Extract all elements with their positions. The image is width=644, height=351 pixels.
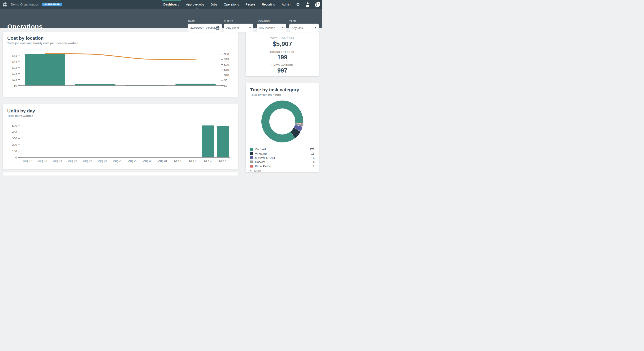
- client-select-value: Any client: [226, 26, 248, 30]
- svg-text:500: 500: [12, 124, 17, 127]
- task-select-value: Any task: [292, 26, 313, 30]
- svg-text:100: 100: [12, 150, 17, 153]
- svg-text:$5k: $5k: [12, 54, 17, 58]
- chevron-down-icon: [250, 169, 252, 172]
- units-by-day-card: Units by day Total units worked 01002003…: [3, 104, 238, 169]
- legend-item-value: 173: [310, 148, 314, 151]
- task-filter: TASK Any task ▼: [290, 20, 319, 32]
- calendar-icon[interactable]: [216, 26, 220, 30]
- nav-item-operations[interactable]: Operations: [224, 0, 239, 9]
- total-job-cost-value: $5,907: [273, 40, 292, 48]
- location-filter: LOCATION Any location ▼: [257, 20, 286, 32]
- svg-text:Sep 4: Sep 4: [219, 159, 226, 163]
- units-by-day-chart: 0100200300400500Aug 22Aug 23Aug 24Aug 25…: [7, 119, 234, 166]
- svg-text:Aug 28: Aug 28: [113, 159, 122, 163]
- svg-text:Aug 22: Aug 22: [23, 159, 32, 163]
- units-chart-subtitle: Total units worked: [7, 114, 234, 118]
- svg-text:$1k: $1k: [12, 78, 17, 81]
- svg-text:Aug 27: Aug 27: [98, 159, 107, 163]
- svg-text:Aug 31: Aug 31: [158, 159, 167, 163]
- legend-item: Orchard173: [250, 147, 314, 151]
- cost-by-location-card: Cost by location Total job cost and hour…: [3, 32, 238, 97]
- legend-more-label: More: [254, 169, 261, 172]
- nav-item-jobs[interactable]: Jobs: [211, 0, 217, 9]
- location-select[interactable]: Any location ▼: [257, 24, 286, 32]
- donut-legend: Orchard173Vineyard13M KIWI TRUST8Harvest…: [246, 147, 319, 172]
- time-by-task-category-card: Time by task category Total timesheet ho…: [246, 83, 319, 172]
- task-filter-label: TASK: [290, 20, 319, 23]
- svg-text:$5: $5: [224, 79, 227, 82]
- account-person-icon[interactable]: [306, 0, 310, 9]
- date-filter: DATE: [188, 20, 222, 32]
- svg-text:0: 0: [16, 156, 17, 159]
- hours-tracked-label: HOURS TRACKED: [270, 51, 294, 53]
- date-range-value[interactable]: [190, 26, 216, 29]
- client-filter: CLIENT Any client ▼: [224, 20, 253, 32]
- total-job-cost-label: TOTAL JOB COST: [270, 37, 294, 40]
- cost-chart-subtitle: Total job cost and hourly cost per locat…: [7, 42, 234, 45]
- active-tab-notch: [195, 7, 199, 9]
- svg-text:Sep 3: Sep 3: [204, 159, 212, 163]
- nav-item-dashboard[interactable]: Dashboard: [163, 0, 180, 9]
- summary-stats-card: TOTAL JOB COST $5,907 HOURS TRACKED 199 …: [246, 32, 319, 76]
- svg-text:Aug 30: Aug 30: [143, 159, 152, 163]
- svg-text:Sep 2: Sep 2: [189, 159, 196, 163]
- legend-swatch: [250, 156, 253, 159]
- legend-item-value: 8: [313, 156, 314, 159]
- cost-by-location-chart: $0$1k$2k$3k$4k$5k$0$5$10$15$20$25$30: [7, 51, 234, 90]
- donut-chart-subtitle: Total timesheet hours: [250, 93, 314, 96]
- svg-text:300: 300: [12, 137, 17, 140]
- help-icon[interactable]: ?: [316, 0, 320, 9]
- date-range-input[interactable]: [188, 24, 222, 32]
- svg-text:$10: $10: [224, 73, 229, 77]
- donut-chart-title: Time by task category: [250, 87, 314, 92]
- svg-text:Aug 25: Aug 25: [68, 159, 77, 163]
- chevron-down-icon: ▼: [314, 27, 316, 29]
- top-navigation-bar: Demo Organisation SUPER USER Dashboard A…: [0, 0, 322, 9]
- svg-text:Aug 29: Aug 29: [128, 159, 137, 163]
- donut-hole: [269, 109, 295, 135]
- legend-swatch: [250, 148, 253, 151]
- app-logo-icon[interactable]: [2, 1, 8, 8]
- task-select[interactable]: Any task ▼: [290, 24, 319, 32]
- svg-text:400: 400: [12, 131, 17, 134]
- nav-item-reporting[interactable]: Reporting: [262, 0, 275, 9]
- svg-text:$3k: $3k: [12, 66, 17, 70]
- legend-swatch: [250, 152, 253, 155]
- svg-text:$15: $15: [224, 68, 229, 72]
- settings-gear-icon[interactable]: ⚙: [296, 0, 300, 9]
- date-filter-label: DATE: [188, 20, 222, 23]
- legend-more-button[interactable]: More: [250, 168, 314, 172]
- svg-text:$25: $25: [224, 58, 229, 61]
- svg-text:$30: $30: [224, 53, 229, 56]
- svg-text:$0: $0: [224, 84, 227, 87]
- svg-text:$0: $0: [14, 84, 17, 87]
- units-chart-title: Units by day: [7, 108, 234, 114]
- cost-chart-title: Cost by location: [7, 36, 234, 41]
- legend-item-value: 4: [313, 160, 314, 164]
- legend-item: M KIWI TRUST8: [250, 156, 314, 160]
- next-card-peek: [3, 172, 238, 176]
- chevron-down-icon: ▼: [282, 27, 284, 29]
- nav-item-people[interactable]: People: [246, 0, 255, 9]
- location-filter-label: LOCATION: [257, 20, 286, 23]
- svg-text:200: 200: [12, 143, 17, 146]
- legend-swatch: [250, 165, 253, 168]
- location-select-value: Any location: [259, 26, 280, 30]
- legend-item: Kiosk Demo1: [250, 164, 314, 168]
- super-user-badge: SUPER USER: [42, 3, 62, 7]
- donut-chart: [262, 101, 303, 142]
- page-title: Operations: [7, 23, 42, 31]
- legend-item-label: Orchard: [255, 148, 310, 151]
- svg-text:Aug 26: Aug 26: [83, 159, 92, 163]
- svg-text:Sep 1: Sep 1: [174, 159, 182, 163]
- client-filter-label: CLIENT: [224, 20, 253, 23]
- legend-item: Harvest4: [250, 160, 314, 164]
- organisation-name: Demo Organisation: [11, 3, 39, 6]
- client-select[interactable]: Any client ▼: [224, 24, 253, 32]
- legend-item-value: 13: [311, 152, 314, 155]
- page-header: Operations DATE CLIENT: [0, 9, 322, 28]
- nav-item-admin[interactable]: Admin: [282, 0, 290, 9]
- svg-text:$2k: $2k: [12, 72, 17, 75]
- legend-swatch: [250, 161, 253, 163]
